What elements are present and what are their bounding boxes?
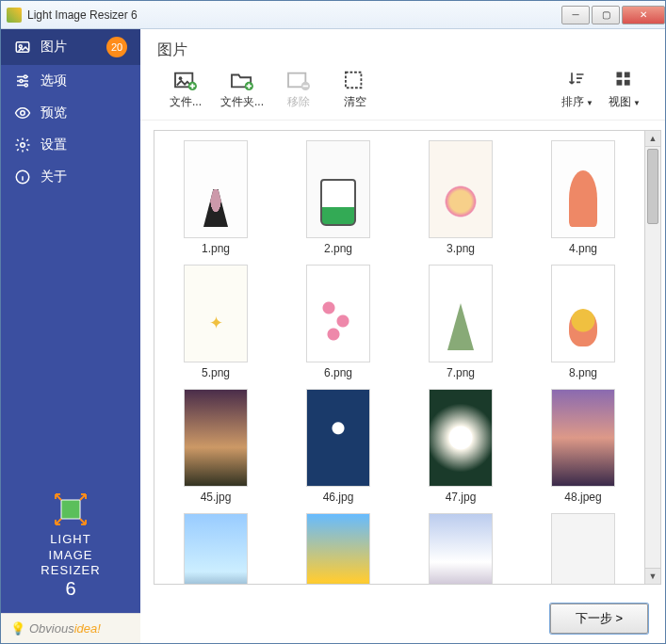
- footer: 下一步 >: [140, 594, 665, 643]
- thumbnail-label: 47.jpg: [446, 491, 477, 504]
- sort-icon: [565, 70, 590, 90]
- next-button[interactable]: 下一步 >: [550, 604, 648, 634]
- thumb-item[interactable]: 45.jpg: [158, 389, 273, 504]
- view-icon: [612, 70, 637, 90]
- clear-button[interactable]: 清空: [327, 70, 383, 110]
- svg-rect-18: [617, 80, 623, 86]
- svg-point-1: [19, 45, 22, 48]
- thumbnail-label: 1.png: [202, 242, 230, 255]
- vendor-brand[interactable]: 💡 Obviousidea!: [1, 613, 140, 643]
- remove-icon: [286, 70, 311, 90]
- resize-logo-icon: [50, 491, 91, 528]
- thumb-item[interactable]: 6.png: [281, 265, 396, 379]
- scrollbar[interactable]: ▲ ▼: [645, 130, 661, 585]
- app-window: Light Image Resizer 6 ─ ▢ ✕ 图片 20 选项 预览: [0, 0, 666, 644]
- maximize-button[interactable]: ▢: [592, 6, 620, 24]
- thumbnail-image[interactable]: [306, 265, 370, 362]
- chevron-down-icon: ▼: [586, 99, 593, 107]
- thumbnail-image[interactable]: [184, 265, 248, 362]
- thumb-item[interactable]: 3.png: [403, 140, 518, 255]
- window-title: Light Image Resizer 6: [27, 8, 560, 22]
- thumbnail-label: 5.png: [202, 366, 230, 379]
- eye-icon: [14, 105, 31, 121]
- image-count-badge: 20: [106, 37, 127, 57]
- thumbnail-image[interactable]: [429, 265, 493, 362]
- sidebar-item-settings[interactable]: 设置: [1, 129, 140, 161]
- thumbnail-label: 8.png: [569, 366, 597, 379]
- svg-point-5: [21, 111, 25, 116]
- svg-point-4: [24, 84, 27, 87]
- sidebar: 图片 20 选项 预览 设置 关于 LIGHTIMAGERE: [1, 29, 140, 643]
- image-gallery[interactable]: 1.png2.png3.png4.png5.png6.png7.png8.png…: [154, 130, 645, 585]
- thumb-item[interactable]: 5.png: [158, 265, 273, 379]
- sidebar-item-label: 设置: [41, 137, 67, 153]
- window-buttons: ─ ▢ ✕: [560, 6, 665, 24]
- thumbnail-image[interactable]: [184, 389, 248, 487]
- thumb-item[interactable]: 7.png: [403, 265, 518, 379]
- remove-button[interactable]: 移除: [270, 70, 327, 110]
- thumb-item[interactable]: [526, 513, 641, 585]
- thumbnail-image[interactable]: [184, 140, 248, 238]
- sidebar-item-images[interactable]: 图片 20: [1, 29, 140, 65]
- thumbnail-image[interactable]: [551, 265, 615, 362]
- thumb-item[interactable]: 46.jpg: [281, 389, 396, 504]
- info-icon: [14, 169, 31, 185]
- thumbnail-image[interactable]: [306, 389, 370, 487]
- thumbnail-image[interactable]: [551, 513, 615, 585]
- svg-rect-15: [346, 72, 362, 89]
- thumb-item[interactable]: 2.png: [281, 140, 396, 255]
- sliders-icon: [14, 72, 31, 89]
- scroll-up-arrow[interactable]: ▲: [645, 131, 660, 147]
- thumbnail-label: 6.png: [324, 366, 352, 379]
- chevron-down-icon: ▼: [633, 99, 641, 107]
- thumbnail-label: 7.png: [447, 366, 475, 379]
- thumb-item[interactable]: [281, 513, 396, 585]
- thumbnail-image[interactable]: [306, 140, 370, 238]
- thumbnail-image[interactable]: [306, 513, 370, 585]
- sort-button[interactable]: 排序▼: [554, 70, 601, 110]
- thumbnail-label: 45.jpg: [201, 491, 232, 504]
- svg-point-3: [20, 80, 23, 83]
- minimize-button[interactable]: ─: [561, 6, 590, 24]
- svg-rect-16: [617, 72, 623, 78]
- thumbnail-image[interactable]: [184, 513, 248, 585]
- thumbnail-image[interactable]: [551, 140, 615, 238]
- sidebar-item-about[interactable]: 关于: [1, 161, 140, 193]
- thumbnail-image[interactable]: [429, 140, 493, 238]
- close-button[interactable]: ✕: [622, 6, 665, 24]
- sidebar-item-label: 选项: [41, 72, 67, 89]
- titlebar[interactable]: Light Image Resizer 6 ─ ▢ ✕: [1, 1, 665, 29]
- thumb-item[interactable]: 1.png: [158, 140, 273, 255]
- add-folder-button[interactable]: 文件夹...: [214, 70, 270, 110]
- sidebar-item-options[interactable]: 选项: [1, 65, 140, 97]
- gear-icon: [14, 137, 31, 153]
- add-files-icon: [173, 70, 198, 90]
- thumbnail-label: 4.png: [569, 242, 597, 255]
- scroll-thumb[interactable]: [647, 149, 658, 224]
- thumbnail-image[interactable]: [551, 389, 615, 487]
- thumbnail-image[interactable]: [429, 389, 493, 487]
- body: 图片 20 选项 预览 设置 关于 LIGHTIMAGERE: [1, 29, 665, 643]
- svg-rect-19: [625, 80, 630, 86]
- sidebar-item-preview[interactable]: 预览: [1, 97, 140, 129]
- thumbnail-label: 46.jpg: [323, 491, 354, 504]
- thumbnail-label: 48.jpeg: [564, 491, 601, 504]
- thumb-item[interactable]: 4.png: [526, 140, 641, 255]
- thumbnail-image[interactable]: [429, 513, 493, 585]
- brand-logo: LIGHTIMAGERESIZER 6: [1, 485, 140, 613]
- view-button[interactable]: 视图▼: [601, 70, 648, 110]
- thumb-item[interactable]: 47.jpg: [403, 389, 518, 504]
- thumb-item[interactable]: [403, 513, 518, 585]
- svg-point-6: [21, 143, 25, 148]
- images-icon: [14, 39, 31, 56]
- thumb-item[interactable]: 48.jpeg: [526, 389, 641, 504]
- sidebar-item-label: 图片: [41, 39, 67, 56]
- thumb-item[interactable]: [158, 513, 273, 585]
- svg-rect-17: [625, 72, 630, 78]
- scroll-track[interactable]: [645, 147, 660, 568]
- clear-icon: [343, 70, 367, 90]
- scroll-down-arrow[interactable]: ▼: [645, 568, 660, 584]
- thumb-item[interactable]: 8.png: [526, 265, 641, 379]
- add-files-button[interactable]: 文件...: [157, 70, 214, 110]
- svg-rect-8: [61, 500, 80, 519]
